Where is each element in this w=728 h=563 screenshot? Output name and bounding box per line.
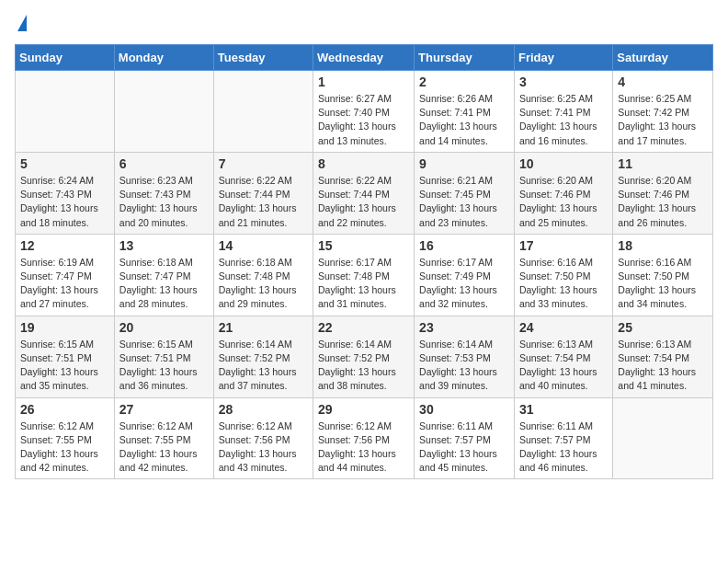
calendar-cell: 15Sunrise: 6:17 AM Sunset: 7:48 PM Dayli… — [313, 234, 415, 316]
calendar-header-wednesday: Wednesday — [313, 45, 415, 71]
calendar-header-saturday: Saturday — [613, 45, 713, 71]
logo-triangle-icon — [17, 15, 27, 31]
calendar-cell: 9Sunrise: 6:21 AM Sunset: 7:45 PM Daylig… — [415, 152, 515, 234]
day-info: Sunrise: 6:20 AM Sunset: 7:46 PM Dayligh… — [519, 174, 608, 230]
day-number: 22 — [318, 320, 409, 335]
day-number: 2 — [419, 75, 509, 89]
day-number: 9 — [419, 156, 509, 171]
day-info: Sunrise: 6:11 AM Sunset: 7:57 PM Dayligh… — [519, 419, 608, 476]
calendar-cell: 28Sunrise: 6:12 AM Sunset: 7:56 PM Dayli… — [213, 397, 313, 479]
day-number: 18 — [618, 238, 708, 253]
day-number: 14 — [219, 238, 308, 253]
calendar-cell: 7Sunrise: 6:22 AM Sunset: 7:44 PM Daylig… — [213, 152, 313, 234]
calendar-cell: 5Sunrise: 6:24 AM Sunset: 7:43 PM Daylig… — [16, 152, 115, 234]
calendar-cell: 11Sunrise: 6:20 AM Sunset: 7:46 PM Dayli… — [613, 152, 713, 234]
day-info: Sunrise: 6:13 AM Sunset: 7:54 PM Dayligh… — [618, 338, 708, 394]
day-number: 3 — [519, 75, 608, 89]
day-info: Sunrise: 6:18 AM Sunset: 7:48 PM Dayligh… — [219, 256, 308, 312]
calendar-cell: 17Sunrise: 6:16 AM Sunset: 7:50 PM Dayli… — [514, 234, 612, 316]
day-number: 15 — [318, 238, 409, 253]
day-number: 5 — [20, 156, 109, 171]
day-info: Sunrise: 6:16 AM Sunset: 7:50 PM Dayligh… — [519, 256, 608, 312]
calendar-cell — [114, 71, 213, 153]
calendar-cell: 10Sunrise: 6:20 AM Sunset: 7:46 PM Dayli… — [514, 152, 612, 234]
calendar-cell: 29Sunrise: 6:12 AM Sunset: 7:56 PM Dayli… — [313, 397, 415, 479]
calendar-cell: 31Sunrise: 6:11 AM Sunset: 7:57 PM Dayli… — [514, 397, 612, 479]
calendar-cell: 23Sunrise: 6:14 AM Sunset: 7:53 PM Dayli… — [415, 316, 515, 397]
calendar-week-row: 1Sunrise: 6:27 AM Sunset: 7:40 PM Daylig… — [16, 71, 713, 153]
day-number: 4 — [618, 75, 708, 89]
day-number: 29 — [318, 402, 409, 417]
day-info: Sunrise: 6:22 AM Sunset: 7:44 PM Dayligh… — [318, 174, 409, 230]
day-number: 6 — [119, 156, 209, 171]
calendar-cell — [613, 397, 713, 479]
day-number: 1 — [318, 75, 409, 89]
calendar-cell — [213, 71, 313, 153]
day-number: 23 — [419, 320, 509, 335]
day-info: Sunrise: 6:12 AM Sunset: 7:56 PM Dayligh… — [219, 419, 308, 476]
calendar-cell: 19Sunrise: 6:15 AM Sunset: 7:51 PM Dayli… — [16, 316, 115, 397]
calendar-header-tuesday: Tuesday — [213, 45, 313, 71]
day-info: Sunrise: 6:17 AM Sunset: 7:49 PM Dayligh… — [419, 256, 509, 312]
calendar-cell: 24Sunrise: 6:13 AM Sunset: 7:54 PM Dayli… — [514, 316, 612, 397]
day-number: 26 — [20, 402, 109, 417]
day-info: Sunrise: 6:18 AM Sunset: 7:47 PM Dayligh… — [119, 256, 209, 312]
day-info: Sunrise: 6:26 AM Sunset: 7:41 PM Dayligh… — [419, 92, 509, 148]
day-number: 12 — [20, 238, 109, 253]
day-info: Sunrise: 6:25 AM Sunset: 7:42 PM Dayligh… — [618, 92, 708, 148]
day-info: Sunrise: 6:27 AM Sunset: 7:40 PM Dayligh… — [318, 92, 409, 148]
day-info: Sunrise: 6:13 AM Sunset: 7:54 PM Dayligh… — [519, 338, 608, 394]
calendar-cell: 16Sunrise: 6:17 AM Sunset: 7:49 PM Dayli… — [415, 234, 515, 316]
day-number: 11 — [618, 156, 708, 171]
logo — [15, 15, 27, 33]
calendar-cell: 20Sunrise: 6:15 AM Sunset: 7:51 PM Dayli… — [114, 316, 213, 397]
day-info: Sunrise: 6:14 AM Sunset: 7:52 PM Dayligh… — [219, 338, 308, 394]
calendar-cell: 13Sunrise: 6:18 AM Sunset: 7:47 PM Dayli… — [114, 234, 213, 316]
calendar-cell: 2Sunrise: 6:26 AM Sunset: 7:41 PM Daylig… — [415, 71, 515, 153]
day-number: 28 — [219, 402, 308, 417]
day-number: 10 — [519, 156, 608, 171]
calendar-cell: 26Sunrise: 6:12 AM Sunset: 7:55 PM Dayli… — [16, 397, 115, 479]
day-number: 19 — [20, 320, 109, 335]
day-info: Sunrise: 6:24 AM Sunset: 7:43 PM Dayligh… — [20, 174, 109, 230]
day-number: 17 — [519, 238, 608, 253]
day-info: Sunrise: 6:12 AM Sunset: 7:56 PM Dayligh… — [318, 419, 409, 476]
day-number: 30 — [419, 402, 509, 417]
calendar-cell: 12Sunrise: 6:19 AM Sunset: 7:47 PM Dayli… — [16, 234, 115, 316]
calendar-cell — [16, 71, 115, 153]
day-info: Sunrise: 6:15 AM Sunset: 7:51 PM Dayligh… — [119, 338, 209, 394]
calendar-cell: 18Sunrise: 6:16 AM Sunset: 7:50 PM Dayli… — [613, 234, 713, 316]
day-info: Sunrise: 6:14 AM Sunset: 7:53 PM Dayligh… — [419, 338, 509, 394]
calendar-header-friday: Friday — [514, 45, 612, 71]
day-info: Sunrise: 6:20 AM Sunset: 7:46 PM Dayligh… — [618, 174, 708, 230]
calendar-table: SundayMondayTuesdayWednesdayThursdayFrid… — [15, 44, 713, 479]
day-info: Sunrise: 6:23 AM Sunset: 7:43 PM Dayligh… — [119, 174, 209, 230]
day-info: Sunrise: 6:12 AM Sunset: 7:55 PM Dayligh… — [119, 419, 209, 476]
day-number: 25 — [618, 320, 708, 335]
calendar-cell: 22Sunrise: 6:14 AM Sunset: 7:52 PM Dayli… — [313, 316, 415, 397]
calendar-week-row: 26Sunrise: 6:12 AM Sunset: 7:55 PM Dayli… — [16, 397, 713, 479]
day-number: 20 — [119, 320, 209, 335]
calendar-header-thursday: Thursday — [415, 45, 515, 71]
calendar-week-row: 5Sunrise: 6:24 AM Sunset: 7:43 PM Daylig… — [16, 152, 713, 234]
day-info: Sunrise: 6:21 AM Sunset: 7:45 PM Dayligh… — [419, 174, 509, 230]
day-number: 24 — [519, 320, 608, 335]
calendar-cell: 4Sunrise: 6:25 AM Sunset: 7:42 PM Daylig… — [613, 71, 713, 153]
day-info: Sunrise: 6:15 AM Sunset: 7:51 PM Dayligh… — [20, 338, 109, 394]
day-info: Sunrise: 6:12 AM Sunset: 7:55 PM Dayligh… — [20, 419, 109, 476]
calendar-cell: 3Sunrise: 6:25 AM Sunset: 7:41 PM Daylig… — [514, 71, 612, 153]
calendar-header-monday: Monday — [114, 45, 213, 71]
day-number: 27 — [119, 402, 209, 417]
day-info: Sunrise: 6:17 AM Sunset: 7:48 PM Dayligh… — [318, 256, 409, 312]
day-info: Sunrise: 6:25 AM Sunset: 7:41 PM Dayligh… — [519, 92, 608, 148]
calendar-cell: 14Sunrise: 6:18 AM Sunset: 7:48 PM Dayli… — [213, 234, 313, 316]
day-info: Sunrise: 6:11 AM Sunset: 7:57 PM Dayligh… — [419, 419, 509, 476]
page-header — [15, 15, 713, 33]
calendar-week-row: 12Sunrise: 6:19 AM Sunset: 7:47 PM Dayli… — [16, 234, 713, 316]
day-info: Sunrise: 6:14 AM Sunset: 7:52 PM Dayligh… — [318, 338, 409, 394]
calendar-week-row: 19Sunrise: 6:15 AM Sunset: 7:51 PM Dayli… — [16, 316, 713, 397]
calendar-cell: 6Sunrise: 6:23 AM Sunset: 7:43 PM Daylig… — [114, 152, 213, 234]
day-number: 16 — [419, 238, 509, 253]
day-info: Sunrise: 6:22 AM Sunset: 7:44 PM Dayligh… — [219, 174, 308, 230]
day-info: Sunrise: 6:16 AM Sunset: 7:50 PM Dayligh… — [618, 256, 708, 312]
